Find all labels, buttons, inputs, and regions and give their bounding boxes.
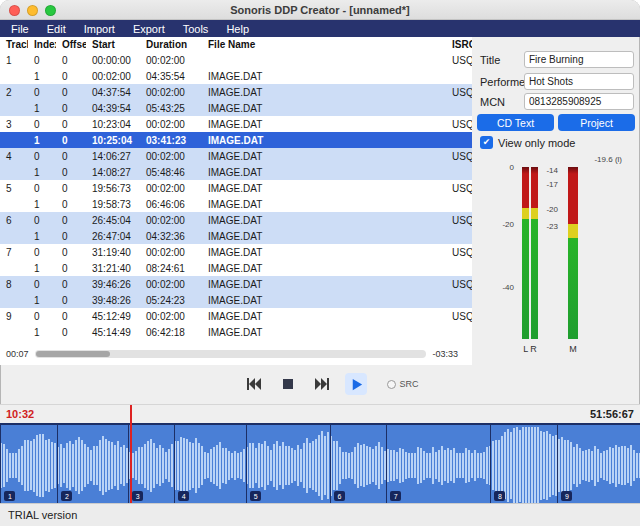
cd-text-button[interactable]: CD Text (477, 114, 554, 131)
table-row[interactable]: 10000:00:0000:02:00USQ (0, 52, 472, 68)
performer-field[interactable] (524, 73, 634, 90)
play-button[interactable] (345, 373, 367, 395)
table-row[interactable]: 90045:12:4900:02:00IMAGE.DATUSQ (0, 308, 472, 324)
column-header[interactable]: Duration (140, 39, 202, 50)
menu-file[interactable]: File (2, 20, 38, 37)
table-row[interactable]: 1039:48:2605:24:23IMAGE.DAT (0, 292, 472, 308)
table-cell: 5 (0, 183, 28, 194)
table-cell: 00:02:00 (140, 311, 202, 322)
meter-label-m: M (564, 344, 582, 354)
table-cell: 06:42:18 (140, 327, 202, 338)
table-header: TrackIndexOffsetStartDurationFile NameIS… (0, 37, 472, 52)
table-row[interactable]: 40014:06:2700:02:00IMAGE.DATUSQ (0, 148, 472, 164)
table-cell: 05:48:46 (140, 167, 202, 178)
skip-forward-button[interactable] (311, 373, 333, 395)
table-cell: 05:24:23 (140, 295, 202, 306)
table-row[interactable]: 1010:25:0403:41:23IMAGE.DAT (0, 132, 472, 148)
table-cell: 1 (28, 231, 56, 242)
table-cell: IMAGE.DAT (202, 87, 446, 98)
table-cell: 1 (28, 199, 56, 210)
table-cell: IMAGE.DAT (202, 247, 446, 258)
track-boundary (0, 425, 1, 504)
zoom-button[interactable] (45, 5, 56, 16)
table-cell: 1 (28, 167, 56, 178)
table-cell: 1 (28, 103, 56, 114)
menu-help[interactable]: Help (217, 20, 258, 37)
meter-bar-right (531, 167, 538, 339)
table-cell: 0 (28, 151, 56, 162)
table-row[interactable]: 80039:46:2600:02:00IMAGE.DATUSQ (0, 276, 472, 292)
table-cell: 39:46:26 (86, 279, 140, 290)
table-cell: 0 (56, 119, 86, 130)
column-header[interactable]: Track (0, 39, 28, 50)
table-cell: 0 (56, 279, 86, 290)
title-field[interactable] (524, 51, 634, 68)
track-marker: 8 (494, 491, 505, 501)
table-cell: IMAGE.DAT (202, 135, 446, 146)
column-header[interactable]: Start (86, 39, 140, 50)
table-cell: 45:12:49 (86, 311, 140, 322)
project-button[interactable]: Project (558, 114, 635, 131)
meter-label-lr: L R (518, 344, 542, 354)
track-marker: 2 (61, 491, 72, 501)
scrollbar-thumb[interactable] (36, 351, 110, 357)
table-cell: USQ (446, 247, 472, 258)
column-header[interactable]: ISRC (446, 39, 472, 50)
stop-icon (281, 377, 295, 391)
table-cell: 1 (28, 327, 56, 338)
src-indicator: SRC (387, 379, 418, 389)
table-row[interactable]: 20004:37:5400:02:00IMAGE.DATUSQ (0, 84, 472, 100)
table-row[interactable]: 1014:08:2705:48:46IMAGE.DAT (0, 164, 472, 180)
table-cell: IMAGE.DAT (202, 263, 446, 274)
meter-tick: -14 (546, 166, 558, 175)
title-label: Title (480, 54, 500, 66)
table-row[interactable]: 70031:19:4000:02:00IMAGE.DATUSQ (0, 244, 472, 260)
table-row[interactable]: 50019:56:7300:02:00IMAGE.DATUSQ (0, 180, 472, 196)
mcn-field[interactable] (524, 93, 634, 110)
scrollbar-track[interactable] (35, 350, 427, 358)
menu-tools[interactable]: Tools (174, 20, 218, 37)
playhead[interactable] (130, 405, 132, 504)
app-window: Sonoris DDP Creator - [unnamed*] FileEdi… (0, 0, 640, 526)
table-cell: IMAGE.DAT (202, 295, 446, 306)
table-cell: 1 (28, 71, 56, 82)
track-boundary (174, 425, 175, 504)
stop-button[interactable] (277, 373, 299, 395)
table-cell: 0 (56, 199, 86, 210)
table-cell: USQ (446, 151, 472, 162)
table-row[interactable]: 60026:45:0400:02:00IMAGE.DATUSQ (0, 212, 472, 228)
src-led[interactable] (387, 380, 396, 389)
table-row[interactable]: 1026:47:0404:32:36IMAGE.DAT (0, 228, 472, 244)
table-row[interactable]: 1031:21:4008:24:61IMAGE.DAT (0, 260, 472, 276)
src-label: SRC (399, 379, 418, 389)
table-row[interactable]: 1000:02:0004:35:54IMAGE.DAT (0, 68, 472, 84)
column-header[interactable]: File Name (202, 39, 446, 50)
meter-bar-mono (568, 167, 578, 339)
table-cell: 1 (28, 135, 56, 146)
table-row[interactable]: 1004:39:5405:43:25IMAGE.DAT (0, 100, 472, 116)
menu-export[interactable]: Export (124, 20, 174, 37)
table-cell: 1 (28, 295, 56, 306)
menu-edit[interactable]: Edit (38, 20, 75, 37)
table-row[interactable]: 1045:14:4906:42:18IMAGE.DAT (0, 324, 472, 340)
table-row[interactable]: 1019:58:7306:46:06IMAGE.DAT (0, 196, 472, 212)
close-button[interactable] (9, 5, 20, 16)
table-cell: 0 (56, 231, 86, 242)
meter-tick: 0 (510, 163, 514, 172)
table-cell: IMAGE.DAT (202, 103, 446, 114)
column-header[interactable]: Offset (56, 39, 86, 50)
table-cell: 10:25:04 (86, 135, 140, 146)
table-cell: 03:41:23 (140, 135, 202, 146)
table-cell: USQ (446, 55, 472, 66)
view-only-checkbox[interactable]: ✔ (480, 136, 493, 149)
table-cell: 0 (28, 279, 56, 290)
meter-tick: -20 (502, 220, 514, 229)
column-header[interactable]: Index (28, 39, 56, 50)
track-marker: 1 (4, 491, 15, 501)
skip-back-button[interactable] (243, 373, 265, 395)
minimize-button[interactable] (27, 5, 38, 16)
menu-import[interactable]: Import (75, 20, 124, 37)
track-boundary (490, 425, 491, 504)
waveform[interactable]: 123456789 (0, 423, 640, 504)
table-row[interactable]: 30010:23:0400:02:00IMAGE.DATUSQ (0, 116, 472, 132)
